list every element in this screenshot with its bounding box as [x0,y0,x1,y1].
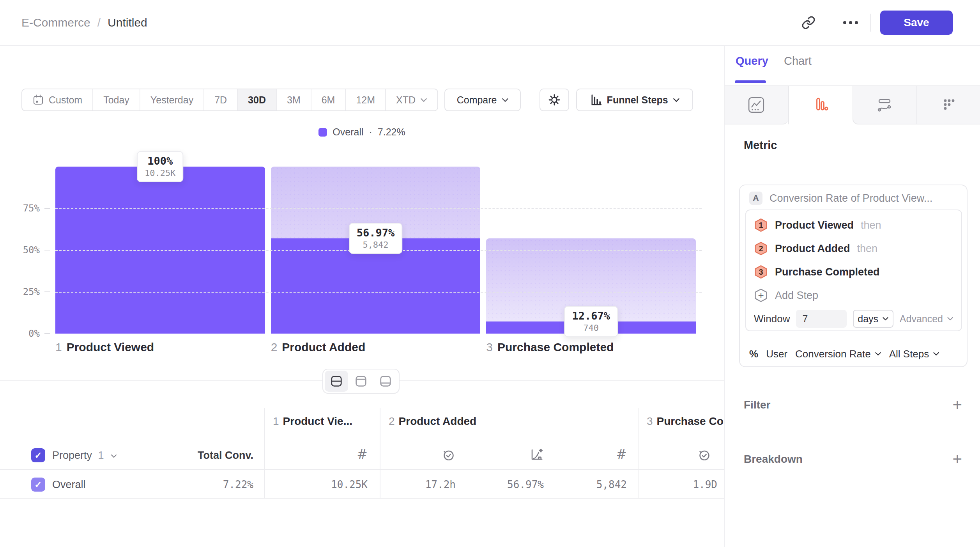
table-step3-header: 3Purchase Completed [647,415,724,428]
breadcrumb-project[interactable]: E-Commerce [21,16,90,29]
table-column-divider [638,408,639,499]
tab-funnel-chart-active[interactable] [788,86,853,124]
y-axis-tick-mark [44,208,50,209]
count-metric-icon[interactable]: # [357,448,368,462]
date-range-today[interactable]: Today [92,89,140,110]
chart-type-selector[interactable]: Funnel Steps [576,89,693,111]
more-options-button[interactable] [838,10,863,35]
copy-link-button[interactable] [796,10,821,35]
step-number-hexagon: 1 [754,218,768,232]
chevron-down-icon [933,352,939,356]
date-range-custom-label: Custom [49,94,82,106]
tab-flow-chart[interactable] [853,86,917,124]
funnel-chart-plot: 75%50%25%0%100%10.25K1Product Viewed56.9… [55,167,696,334]
tab-query[interactable]: Query [736,55,768,67]
add-filter-button[interactable]: + [952,397,962,413]
chart-type-icon-tabs [725,85,980,124]
header-divider [870,14,871,32]
bar-value-tooltip: 100%10.25K [137,151,183,182]
compare-button[interactable]: Compare [444,89,521,111]
y-axis-tick-mark [44,291,50,292]
y-axis-tick-label: 25% [12,286,40,298]
tab-grid-dots[interactable] [916,86,980,124]
table-column-divider [380,408,380,499]
metric-title-row[interactable]: A Conversion Rate of Product View... [749,192,932,205]
cell-step1-count: 10.25K [331,478,368,492]
row-checkbox[interactable]: ✓ [31,478,45,492]
metric-footer-row: % User Conversion Rate All Steps [749,345,939,363]
date-range-7d[interactable]: 7D [203,89,237,110]
y-axis-tick-label: 50% [12,244,40,256]
filter-heading: Filter [744,399,770,411]
legend-overall-value: 7.22% [378,126,405,138]
property-header[interactable]: Property 1 [52,448,117,462]
funnel-chart-icon [590,94,602,106]
funnel-step-axis-label: 1Product Viewed [55,341,154,354]
tab-line-chart[interactable] [725,86,788,124]
row-label-overall[interactable]: Overall [52,478,86,492]
bar-value-tooltip: 12.67%740 [564,306,618,337]
y-gridline [55,292,702,293]
chevron-down-icon [502,98,509,102]
y-axis-tick-mark [44,333,50,334]
window-value-input[interactable] [796,310,847,328]
layout-panel-bottom-button[interactable] [374,371,397,392]
conversion-rate-select[interactable]: Conversion Rate [795,348,881,360]
funnel-step-3[interactable]: 3 Purchase Completed [754,260,953,284]
breadcrumb-current[interactable]: Untitled [108,16,147,29]
table-step1-header: 1Product Vie... [273,415,374,428]
metric-title: Conversion Rate of Product View... [769,192,932,204]
tab-chart[interactable]: Chart [784,55,812,67]
window-unit-select[interactable]: days [853,310,893,328]
chart-type-label: Funnel Steps [607,94,668,106]
add-breakdown-button[interactable]: + [952,451,962,467]
funnel-step-2[interactable]: 2 Product Added then [754,237,953,260]
funnel-step-axis-label: 3Purchase Completed [486,341,614,354]
avg-time-metric-icon[interactable] [697,448,711,462]
count-metric-icon[interactable]: # [616,448,627,462]
legend-series-name: Overall [333,126,363,138]
main-content: Custom Today Yesterday 7D 30D 3M 6M 12M … [0,46,724,547]
chevron-down-icon [420,98,427,102]
measured-as-percent[interactable]: % [749,348,758,360]
conversion-window-row: Window days Advanced [754,307,953,330]
date-range-xtd[interactable]: XTD [385,89,437,110]
metric-section-heading: Metric [744,139,777,152]
date-range-yesterday[interactable]: Yesterday [140,89,203,110]
date-range-3m[interactable]: 3M [276,89,311,110]
date-range-30d-active[interactable]: 30D [237,89,276,110]
steps-scope-select[interactable]: All Steps [889,348,940,360]
breakdown-heading: Breakdown [744,453,803,465]
conversion-rate-metric-icon[interactable] [530,448,544,462]
date-range-12m[interactable]: 12M [345,89,385,110]
ellipsis-icon [842,20,859,25]
legend-color-swatch [318,128,327,137]
advanced-toggle[interactable]: Advanced [900,313,953,325]
bar-value-tooltip: 56.97%5,842 [349,223,403,254]
y-axis-tick-mark [44,250,50,250]
date-range-6m[interactable]: 6M [311,89,345,110]
chart-settings-button[interactable] [540,89,569,111]
select-all-checkbox[interactable]: ✓ [31,448,45,462]
funnel-step-1[interactable]: 1 Product Viewed then [754,213,953,237]
total-conv-header[interactable]: Total Conv. [198,448,253,462]
layout-panel-top-button[interactable] [349,371,373,392]
counted-by-user[interactable]: User [766,348,787,360]
metric-letter-badge: A [749,192,762,205]
compare-label: Compare [457,94,497,106]
chart-legend[interactable]: Overall · 7.22% [0,126,724,138]
date-range-custom[interactable]: Custom [22,89,92,110]
header-actions: Save [796,0,980,45]
layout-split-horizontal-button[interactable] [325,371,348,392]
flow-icon [876,96,894,114]
add-step-button[interactable]: + Add Step [754,284,953,307]
chevron-down-icon [875,352,881,356]
cell-step2-rate: 56.97% [507,478,544,492]
metric-card: A Conversion Rate of Product View... 1 P… [739,185,968,367]
link-icon [801,16,815,30]
save-button[interactable]: Save [880,11,953,35]
chart-toolbar: Custom Today Yesterday 7D 30D 3M 6M 12M … [21,89,693,111]
avg-time-metric-icon[interactable] [442,448,456,462]
breakdown-section: Breakdown + [744,451,962,468]
calendar-icon [32,94,44,106]
